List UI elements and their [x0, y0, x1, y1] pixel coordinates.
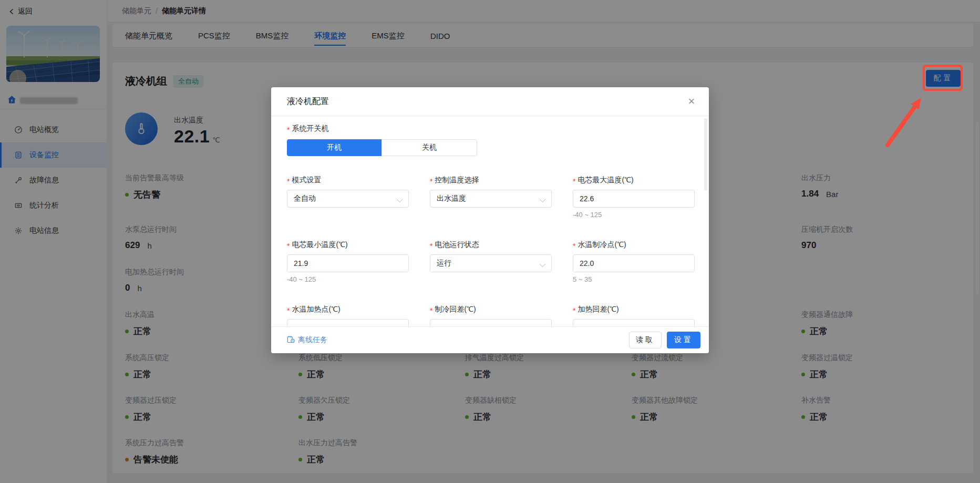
field-value: 出水温度 [437, 194, 466, 203]
field-label-text: 电芯最小温度(℃) [292, 240, 347, 250]
field-label-text: 电芯最大温度(℃) [577, 176, 633, 185]
modal-body: * 系统开关机 开机关机 *模式设置全自动*控制温度选择出水温度*电芯最大温度(… [271, 116, 709, 326]
field-value: 21.9 [294, 259, 308, 268]
field-cooling-hysteresis: *制冷回差(℃) [430, 304, 552, 326]
field-control-temp-select: *控制温度选择出水温度 [430, 175, 552, 219]
required-mark: * [430, 242, 432, 250]
input-water-heating-setpoint[interactable] [287, 319, 409, 326]
required-mark: * [573, 177, 575, 186]
required-mark: * [430, 306, 432, 315]
required-mark: * [430, 177, 432, 186]
input-cooling-hysteresis[interactable] [430, 319, 552, 326]
input-water-cooling-setpoint[interactable]: 22.0 [573, 254, 695, 272]
field-hint: -40 ~ 125 [287, 275, 409, 283]
input-heating-hysteresis[interactable] [573, 319, 695, 326]
toggle-power-on[interactable]: 开机 [287, 139, 381, 156]
modal-scrollbar-thumb[interactable] [704, 118, 707, 191]
config-fields-grid: *模式设置全自动*控制温度选择出水温度*电芯最大温度(℃)22.6-40 ~ 1… [287, 175, 698, 326]
field-value: 全自动 [294, 194, 316, 203]
select-battery-run-state[interactable]: 运行 [430, 254, 552, 272]
offline-tasks-link[interactable]: 离线任务 [287, 335, 327, 345]
field-value: 22.6 [580, 194, 594, 203]
select-control-temp-select[interactable]: 出水温度 [430, 190, 552, 208]
required-mark: * [573, 242, 575, 250]
required-mark: * [287, 126, 290, 134]
power-toggle: 开机关机 [287, 139, 477, 156]
required-mark: * [287, 177, 290, 186]
read-button[interactable]: 读取 [629, 332, 662, 348]
field-label-text: 电池运行状态 [435, 240, 479, 250]
modal-footer: 离线任务 读取 设置 [271, 326, 709, 353]
required-mark: * [287, 306, 290, 315]
toggle-power-off[interactable]: 关机 [381, 139, 477, 156]
power-label-text: 系统开关机 [292, 124, 328, 133]
field-water-cooling-setpoint: *水温制冷点(℃)22.05 ~ 35 [573, 240, 695, 283]
field-label-text: 水温制冷点(℃) [577, 240, 626, 250]
chevron-down-icon [397, 197, 403, 202]
field-label-text: 水温加热点(℃) [292, 305, 340, 314]
required-mark: * [573, 306, 575, 315]
field-value: 22.0 [580, 259, 594, 268]
field-label-text: 控制温度选择 [435, 176, 479, 185]
offline-tasks-label: 离线任务 [298, 335, 327, 345]
annotation-arrow [862, 79, 977, 168]
field-mode-setting: *模式设置全自动 [287, 175, 409, 219]
field-label-text: 制冷回差(℃) [435, 305, 476, 314]
input-cell-max-temp[interactable]: 22.6 [573, 190, 695, 208]
liquid-cooler-config-modal: 液冷机配置 × * 系统开关机 开机关机 *模式设置全自动*控制温度选择出水温度… [271, 87, 709, 353]
field-cell-min-temp: *电芯最小温度(℃)21.9-40 ~ 125 [287, 240, 409, 283]
field-label-text: 加热回差(℃) [577, 305, 618, 314]
set-button[interactable]: 设置 [667, 332, 700, 348]
input-cell-min-temp[interactable]: 21.9 [287, 254, 409, 272]
required-mark: * [287, 242, 290, 250]
field-cell-max-temp: *电芯最大温度(℃)22.6-40 ~ 125 [573, 175, 695, 219]
close-icon[interactable]: × [684, 94, 699, 109]
offline-tasks-icon [287, 335, 295, 345]
field-value: 运行 [437, 259, 451, 268]
field-hint: -40 ~ 125 [573, 211, 695, 219]
power-field-label: * 系统开关机 [287, 124, 698, 134]
modal-header: 液冷机配置 [271, 87, 709, 116]
field-hint: 5 ~ 35 [573, 275, 695, 283]
field-heating-hysteresis: *加热回差(℃) [573, 304, 695, 326]
chevron-down-icon [540, 261, 545, 267]
field-water-heating-setpoint: *水温加热点(℃) [287, 304, 409, 326]
modal-title: 液冷机配置 [287, 96, 329, 107]
field-battery-run-state: *电池运行状态运行 [430, 240, 552, 283]
field-label-text: 模式设置 [292, 176, 321, 185]
select-mode-setting[interactable]: 全自动 [287, 190, 409, 208]
chevron-down-icon [540, 197, 545, 202]
